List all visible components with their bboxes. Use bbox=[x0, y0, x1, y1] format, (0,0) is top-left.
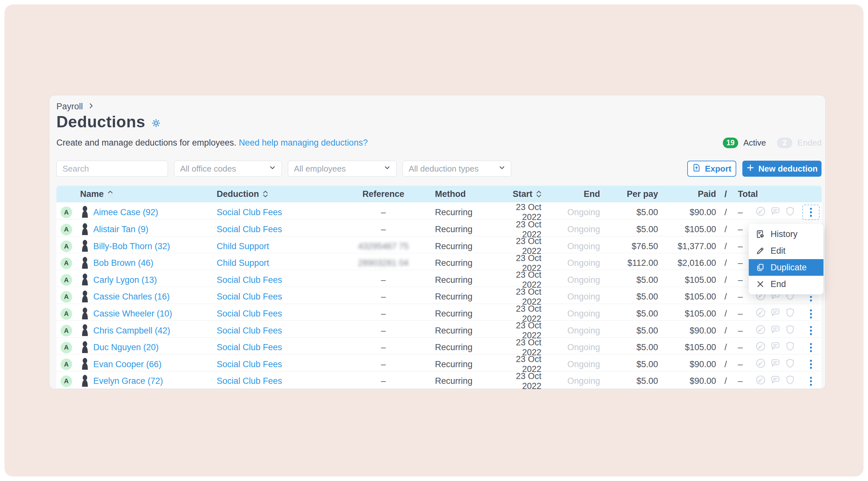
shield-icon[interactable] bbox=[785, 374, 796, 388]
employee-name-link[interactable]: Chris Campbell (42) bbox=[93, 326, 217, 336]
deduction-link[interactable]: Social Club Fees bbox=[217, 326, 340, 336]
per-pay-cell: $5.00 bbox=[603, 376, 661, 386]
slash-cell: / bbox=[719, 309, 733, 319]
row-actions-menu-button[interactable] bbox=[802, 373, 819, 389]
row-context-menu: History Edit Duplicate bbox=[749, 224, 824, 294]
active-label[interactable]: Active bbox=[743, 138, 766, 148]
method-cell: Recurring bbox=[427, 376, 496, 386]
column-header-end: End bbox=[545, 189, 603, 199]
deduction-link[interactable]: Social Club Fees bbox=[217, 292, 340, 302]
end-cell: Ongoing bbox=[545, 342, 603, 353]
search-input[interactable] bbox=[56, 161, 168, 177]
edit-circle-icon[interactable] bbox=[755, 341, 766, 354]
employee-name-link[interactable]: Cassie Wheeler (10) bbox=[93, 309, 217, 319]
status-badge: A bbox=[61, 274, 72, 286]
reference-cell: 43295467 75 bbox=[340, 241, 427, 251]
menu-item-edit[interactable]: Edit bbox=[749, 242, 824, 259]
paid-cell: $105.00 bbox=[661, 309, 719, 319]
deduction-link[interactable]: Social Club Fees bbox=[217, 342, 340, 353]
column-header-name[interactable]: Name bbox=[56, 189, 217, 199]
menu-item-end[interactable]: End bbox=[749, 276, 824, 293]
employee-name-link[interactable]: Evan Cooper (66) bbox=[93, 359, 217, 369]
table-row[interactable]: A Bob Brown (46) Child Support 28903281 … bbox=[56, 253, 822, 270]
comment-icon[interactable] bbox=[770, 341, 781, 354]
office-codes-dropdown[interactable]: All office codes bbox=[174, 161, 282, 177]
comment-icon[interactable] bbox=[770, 206, 781, 219]
active-count-badge[interactable]: 19 bbox=[723, 138, 738, 148]
menu-item-label: History bbox=[771, 229, 798, 239]
breadcrumb[interactable]: Payroll bbox=[56, 102, 95, 112]
table-row[interactable]: A Aimee Case (92) Social Club Fees – Rec… bbox=[56, 202, 822, 219]
edit-circle-icon[interactable] bbox=[755, 307, 766, 320]
export-icon bbox=[692, 163, 701, 175]
table-row[interactable]: A Cassie Wheeler (10) Social Club Fees –… bbox=[56, 304, 822, 321]
table-row[interactable]: A Duc Nguyen (20) Social Club Fees – Rec… bbox=[56, 337, 822, 354]
edit-circle-icon[interactable] bbox=[755, 374, 766, 388]
help-link[interactable]: Need help managing deductions? bbox=[239, 138, 368, 148]
edit-circle-icon[interactable] bbox=[755, 358, 766, 371]
employee-name-link[interactable]: Evelyn Grace (72) bbox=[93, 376, 217, 386]
gear-icon[interactable] bbox=[151, 118, 161, 128]
employee-name-link[interactable]: Cassie Charles (16) bbox=[93, 292, 217, 302]
row-actions-menu-button[interactable] bbox=[802, 340, 819, 355]
end-cell: Ongoing bbox=[545, 208, 603, 217]
comment-icon[interactable] bbox=[770, 324, 781, 337]
close-x-icon bbox=[756, 280, 765, 288]
menu-item-duplicate[interactable]: Duplicate bbox=[749, 259, 824, 276]
avatar-icon bbox=[80, 206, 90, 219]
deduction-link[interactable]: Social Club Fees bbox=[217, 275, 340, 285]
end-cell: Ongoing bbox=[545, 224, 603, 234]
export-label: Export bbox=[705, 164, 731, 174]
avatar-icon bbox=[80, 324, 90, 337]
kebab-dots-icon bbox=[810, 326, 812, 335]
column-header-start[interactable]: Start bbox=[496, 189, 545, 199]
deduction-link[interactable]: Social Club Fees bbox=[217, 224, 340, 234]
table-row[interactable]: A Evelyn Grace (72) Social Club Fees – R… bbox=[56, 371, 822, 388]
table-row[interactable]: A Chris Campbell (42) Social Club Fees –… bbox=[56, 320, 822, 337]
employee-name-link[interactable]: Alistair Tan (9) bbox=[93, 224, 217, 234]
shield-icon[interactable] bbox=[785, 358, 796, 371]
per-pay-cell: $112.00 bbox=[603, 258, 661, 268]
kebab-dots-icon bbox=[810, 377, 812, 386]
shield-icon[interactable] bbox=[785, 324, 796, 337]
row-actions-menu-button[interactable] bbox=[802, 357, 819, 372]
column-header-deduction[interactable]: Deduction bbox=[217, 189, 340, 199]
edit-circle-icon[interactable] bbox=[755, 324, 766, 337]
table-row[interactable]: A Billy-Bob Thorn (32) Child Support 432… bbox=[56, 236, 822, 253]
table-row[interactable]: A Carly Lygon (13) Social Club Fees – Re… bbox=[56, 270, 822, 287]
edit-circle-icon[interactable] bbox=[755, 206, 766, 219]
shield-icon[interactable] bbox=[785, 341, 796, 354]
table-row[interactable]: A Alistair Tan (9) Social Club Fees – Re… bbox=[56, 219, 822, 236]
comment-icon[interactable] bbox=[770, 374, 781, 388]
shield-icon[interactable] bbox=[785, 307, 796, 320]
deduction-link[interactable]: Social Club Fees bbox=[217, 376, 340, 386]
ended-count-badge[interactable]: 2 bbox=[777, 138, 793, 148]
deduction-link[interactable]: Social Club Fees bbox=[217, 208, 340, 217]
deduction-link[interactable]: Child Support bbox=[217, 258, 340, 268]
breadcrumb-payroll[interactable]: Payroll bbox=[56, 102, 83, 112]
table-row[interactable]: A Evan Cooper (66) Social Club Fees – Re… bbox=[56, 354, 822, 371]
deduction-link[interactable]: Social Club Fees bbox=[217, 309, 340, 319]
menu-item-history[interactable]: History bbox=[749, 226, 824, 242]
comment-icon[interactable] bbox=[770, 307, 781, 320]
employee-name-link[interactable]: Bob Brown (46) bbox=[93, 258, 217, 268]
employees-dropdown[interactable]: All employees bbox=[288, 161, 397, 177]
new-deduction-button[interactable]: New deduction bbox=[742, 161, 822, 177]
ended-label[interactable]: Ended bbox=[798, 138, 822, 148]
employee-name-link[interactable]: Aimee Case (92) bbox=[93, 208, 217, 217]
comment-icon[interactable] bbox=[770, 358, 781, 371]
row-actions-menu-button[interactable] bbox=[802, 306, 819, 322]
row-actions-menu-button[interactable] bbox=[802, 323, 819, 338]
table-row[interactable]: A Cassie Charles (16) Social Club Fees –… bbox=[56, 287, 822, 304]
employee-name-link[interactable]: Billy-Bob Thorn (32) bbox=[93, 241, 217, 251]
shield-icon[interactable] bbox=[785, 206, 796, 219]
export-button[interactable]: Export bbox=[687, 161, 736, 177]
row-actions-menu-button[interactable] bbox=[802, 205, 819, 220]
status-badge: A bbox=[61, 325, 72, 336]
deduction-link[interactable]: Social Club Fees bbox=[217, 359, 340, 369]
deduction-types-dropdown[interactable]: All deduction types bbox=[403, 161, 511, 177]
employee-name-link[interactable]: Carly Lygon (13) bbox=[93, 275, 217, 285]
deduction-link[interactable]: Child Support bbox=[217, 241, 340, 251]
employee-name-link[interactable]: Duc Nguyen (20) bbox=[93, 342, 217, 353]
end-cell: Ongoing bbox=[545, 326, 603, 336]
